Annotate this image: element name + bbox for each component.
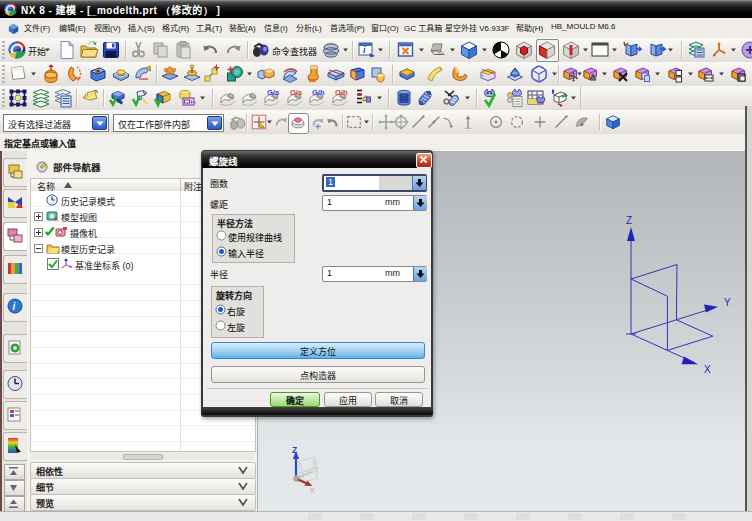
svg-text:Y: Y	[314, 465, 320, 474]
svg-text:X: X	[704, 364, 711, 375]
svg-text:O/h: O/h	[335, 88, 348, 97]
svg-text:G/s: G/s	[267, 88, 279, 97]
svg-text:Z: Z	[626, 215, 632, 226]
svg-text:O/s: O/s	[290, 88, 302, 97]
svg-text:i: i	[13, 301, 16, 312]
svg-text:Y: Y	[724, 297, 731, 308]
svg-text:X: X	[310, 486, 316, 495]
svg-text:G/h: G/h	[312, 88, 325, 97]
